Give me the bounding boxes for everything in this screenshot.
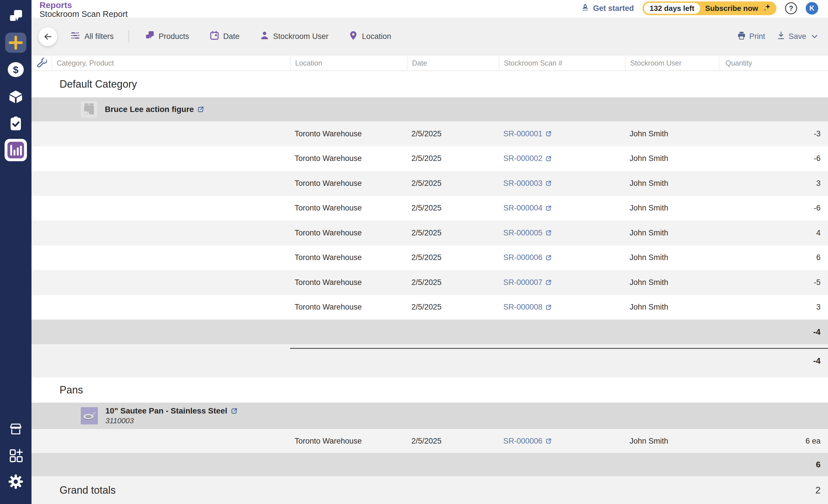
back-button[interactable] xyxy=(38,27,57,46)
filterbar-actions: Print Save xyxy=(737,31,818,42)
cell-quantity: 6 ea xyxy=(719,429,828,453)
chevron-down-icon xyxy=(812,32,818,41)
filter-location[interactable]: Location xyxy=(349,31,391,42)
product-subtotal-row: 6 xyxy=(32,453,828,476)
filter-products[interactable]: Products xyxy=(145,31,189,42)
page-title: Reports xyxy=(40,1,128,10)
map-pin-icon xyxy=(349,31,358,42)
rocket-icon xyxy=(581,3,589,14)
cell-quantity: -6 xyxy=(719,196,828,221)
filter-bar: All filters Products xyxy=(32,18,828,55)
stockroom-scan-link[interactable]: SR-000007 xyxy=(503,278,552,287)
add-button[interactable] xyxy=(5,33,26,53)
apps-icon[interactable] xyxy=(8,448,24,463)
category-total-value: -4 xyxy=(719,344,828,377)
cell-date: 2/5/2025 xyxy=(407,429,499,453)
print-label: Print xyxy=(749,32,765,41)
stockroom-scan-link[interactable]: SR-000005 xyxy=(503,228,552,238)
grand-totals-label: Grand totals xyxy=(32,484,116,496)
product-thumbnail-sautee-pan xyxy=(81,407,98,424)
external-link-icon xyxy=(545,180,552,186)
subscribe-now-button[interactable]: Subscribe now xyxy=(700,3,774,14)
product-link-sautee-pan[interactable]: 10" Sautee Pan - Stainless Steel xyxy=(106,406,238,416)
stockroom-scan-link[interactable]: SR-000001 xyxy=(503,129,552,138)
avatar[interactable]: K xyxy=(806,2,818,14)
orders-clipboard-icon[interactable] xyxy=(8,115,24,131)
cell-user: John Smith xyxy=(625,196,719,221)
cell-location: Toronto Warehouse xyxy=(290,429,407,453)
external-link-icon xyxy=(197,106,204,113)
inventory-box-icon[interactable] xyxy=(8,89,24,104)
filter-stockroom-user[interactable]: Stockroom User xyxy=(260,31,329,42)
get-started-button[interactable]: Get started xyxy=(581,3,634,14)
printer-icon xyxy=(737,31,746,42)
cell-quantity: 3 xyxy=(719,171,828,196)
product-name: Bruce Lee action figure xyxy=(105,105,194,114)
cell-location: Toronto Warehouse xyxy=(290,245,407,270)
page-titles: Reports Stockroom Scan Report xyxy=(40,0,128,18)
reports-icon-active[interactable] xyxy=(5,139,27,161)
stockroom-scan-link[interactable]: SR-000002 xyxy=(503,154,552,163)
product-subtotal-row: -4 xyxy=(32,320,828,344)
scan-number: SR-000008 xyxy=(503,303,543,311)
sidebar: $ xyxy=(0,0,32,504)
product-group-row: BL Bruce Lee action figure xyxy=(32,97,828,121)
trial-subscribe-pill[interactable]: 132 days left Subscribe now xyxy=(643,1,777,15)
filter-stockroom-user-label: Stockroom User xyxy=(273,32,329,41)
header-category-product: Category, Product xyxy=(51,55,290,71)
cell-date: 2/5/2025 xyxy=(407,220,499,245)
cell-location: Toronto Warehouse xyxy=(290,196,407,221)
header-stockroom-scan: Stockroom Scan # xyxy=(499,55,625,71)
scan-number: SR-000007 xyxy=(503,278,543,287)
stockroom-scan-link[interactable]: SR-000003 xyxy=(503,179,552,188)
table-row: Toronto Warehouse 2/5/2025 SR-000008 Joh… xyxy=(32,295,828,320)
filter-date[interactable]: Date xyxy=(210,31,240,42)
logo-icon[interactable] xyxy=(8,9,24,24)
table-row: Toronto Warehouse 2/5/2025 SR-000006 Joh… xyxy=(32,245,828,270)
stockroom-scan-link[interactable]: SR-000008 xyxy=(503,303,552,311)
sales-icon[interactable]: $ xyxy=(8,62,24,77)
external-link-icon xyxy=(545,156,552,162)
cell-location: Toronto Warehouse xyxy=(290,295,407,320)
table-row: Toronto Warehouse 2/5/2025 SR-000006 Joh… xyxy=(32,429,828,453)
external-link-icon xyxy=(545,304,552,310)
external-link-icon xyxy=(545,438,552,444)
help-button[interactable]: ? xyxy=(785,2,797,14)
section-title-pans: Pans xyxy=(32,377,828,403)
cell-user: John Smith xyxy=(625,295,719,320)
header-date: Date xyxy=(407,55,499,71)
section-title-default-category: Default Category xyxy=(32,71,828,97)
cell-user: John Smith xyxy=(625,220,719,245)
page-subtitle: Stockroom Scan Report xyxy=(40,10,128,18)
all-filters-button[interactable]: All filters xyxy=(71,31,114,42)
main-area: Reports Stockroom Scan Report Get starte… xyxy=(32,0,828,504)
external-link-icon xyxy=(545,230,552,236)
cell-quantity: 6 xyxy=(719,245,828,270)
product-group-row: 10" Sautee Pan - Stainless Steel 3110003 xyxy=(32,403,828,429)
stockroom-scan-link[interactable]: SR-000006 xyxy=(503,253,552,262)
total-divider-line xyxy=(290,348,828,349)
get-started-label: Get started xyxy=(593,4,634,13)
filter-location-label: Location xyxy=(362,32,391,41)
stockroom-scan-link[interactable]: SR-000006 xyxy=(503,437,552,446)
save-button[interactable]: Save xyxy=(777,31,818,42)
table-row: Toronto Warehouse 2/5/2025 SR-000005 Joh… xyxy=(32,220,828,245)
scan-number: SR-000001 xyxy=(503,129,543,138)
stockroom-scan-link[interactable]: SR-000004 xyxy=(503,204,552,212)
cell-date: 2/5/2025 xyxy=(407,245,499,270)
scan-number: SR-000003 xyxy=(503,179,543,188)
cell-date: 2/5/2025 xyxy=(407,270,499,295)
cell-user: John Smith xyxy=(625,429,719,453)
category-total-row: -4 xyxy=(32,344,828,377)
settings-gear-icon[interactable] xyxy=(8,474,24,490)
storefront-icon[interactable] xyxy=(8,421,24,436)
print-button[interactable]: Print xyxy=(737,31,765,42)
filter-divider xyxy=(129,30,129,43)
product-tag-icon xyxy=(145,31,154,42)
external-link-icon xyxy=(545,205,552,211)
scan-number: SR-000005 xyxy=(503,228,543,238)
cell-quantity: -6 xyxy=(719,146,828,171)
column-settings-wrench-icon[interactable] xyxy=(32,55,51,71)
product-link-bruce-lee[interactable]: Bruce Lee action figure xyxy=(105,105,204,114)
table-row: Toronto Warehouse 2/5/2025 SR-000007 Joh… xyxy=(32,270,828,295)
